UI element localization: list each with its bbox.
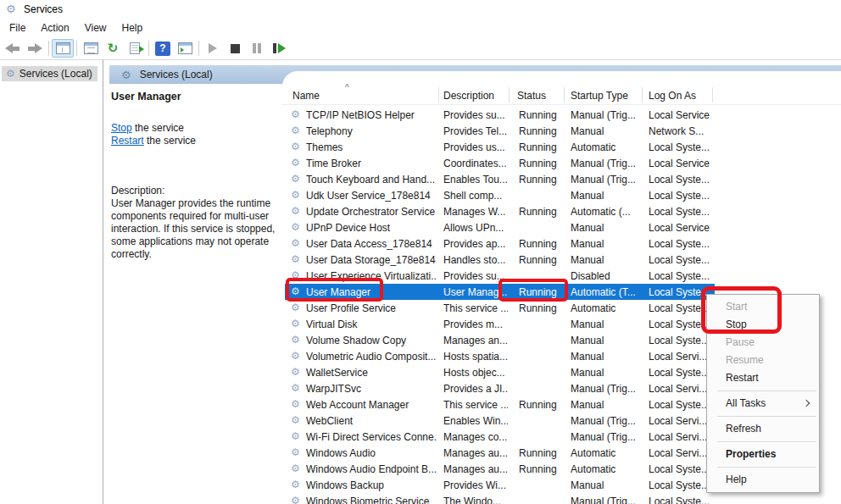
menu-file[interactable]: File (2, 19, 33, 36)
services-node-icon: ⚙ (6, 68, 15, 80)
cell-description: Provides su... (443, 270, 508, 282)
cell-name: User Manager (306, 286, 437, 298)
cell-startup-type: Manual (571, 318, 642, 330)
menu-view[interactable]: View (77, 19, 114, 36)
cell-startup-type: Manual (571, 238, 642, 250)
cell-startup-type: Automatic (571, 302, 642, 314)
context-menu-item-properties[interactable]: Properties (707, 446, 819, 463)
tree-item-services-local[interactable]: ⚙ Services (Local) (2, 66, 97, 81)
context-menu-item-refresh[interactable]: Refresh (707, 420, 819, 438)
service-gear-icon: ⚙ (291, 269, 300, 281)
cell-name: Windows Biometric Service (306, 496, 437, 504)
start-service-icon[interactable] (202, 39, 224, 58)
service-gear-icon: ⚙ (291, 462, 300, 474)
description-label: Description: (111, 185, 282, 197)
column-divider[interactable] (509, 87, 510, 102)
back-icon[interactable] (2, 39, 24, 58)
menu-help[interactable]: Help (114, 19, 151, 36)
restart-service-icon[interactable] (268, 39, 290, 58)
cell-name: Touch Keyboard and Hand... (306, 174, 437, 186)
service-gear-icon: ⚙ (291, 398, 300, 410)
table-row[interactable]: ⚙TCP/IP NetBIOS HelperProvides su...Runn… (282, 107, 841, 123)
cell-status: Running (519, 254, 563, 266)
cell-description: Provides Tel... (443, 125, 508, 137)
service-gear-icon: ⚙ (291, 318, 300, 330)
list-column-headers: Name ^ Description Status Startup Type L… (282, 85, 841, 105)
stop-service-link[interactable]: Stop (111, 122, 132, 134)
table-row[interactable]: ⚙Update Orchestrator ServiceManages W...… (282, 203, 841, 219)
table-row[interactable]: ⚙Time BrokerCoordinates...RunningManual … (282, 155, 841, 171)
column-header-status[interactable]: Status (517, 90, 546, 102)
properties-icon[interactable] (80, 39, 102, 58)
context-menu-item-stop[interactable]: Stop (707, 316, 819, 334)
cell-log-on-as: Local Service (649, 109, 715, 121)
service-gear-icon: ⚙ (291, 253, 300, 265)
service-gear-icon: ⚙ (291, 382, 300, 394)
column-divider[interactable] (564, 87, 565, 102)
context-menu-item-all-tasks[interactable]: All Tasks (707, 395, 819, 413)
toolbar-separator (198, 41, 199, 56)
cell-description: Hosts spatia... (443, 351, 508, 363)
cell-name: User Experience Virtualizati... (306, 270, 437, 282)
show-hide-action-pane-icon[interactable] (174, 39, 196, 58)
service-gear-icon: ⚙ (291, 108, 300, 120)
table-row[interactable]: ⚙Touch Keyboard and Hand...Enables Tou..… (282, 171, 841, 187)
table-row[interactable]: ⚙Udk User Service_178e814Shell comp...Ma… (282, 187, 841, 203)
forward-icon[interactable] (24, 39, 46, 58)
context-menu: StartStopPauseResumeRestartAll TasksRefr… (706, 294, 820, 493)
table-row[interactable]: ⚙User Data Access_178e814Provides ap...R… (282, 235, 841, 252)
table-row[interactable]: ⚙UPnP Device HostAllows UPn...ManualLoca… (282, 219, 841, 235)
column-divider[interactable] (712, 87, 713, 102)
service-gear-icon: ⚙ (291, 157, 300, 169)
cell-description: This service ... (443, 399, 508, 411)
pause-service-icon[interactable] (246, 39, 268, 58)
context-menu-item-start: Start (707, 298, 819, 316)
column-header-log-on-as[interactable]: Log On As (649, 90, 696, 102)
cell-startup-type: Manual (Trig... (571, 174, 642, 186)
cell-name: Volume Shadow Copy (306, 335, 437, 346)
cell-status: Running (519, 109, 563, 121)
context-menu-item-restart[interactable]: Restart (707, 369, 819, 387)
column-divider[interactable] (642, 87, 643, 102)
show-hide-console-tree-icon[interactable] (52, 39, 74, 58)
menu-action[interactable]: Action (33, 19, 76, 36)
help-icon[interactable]: ? (152, 39, 174, 58)
cell-name: User Profile Service (306, 302, 437, 314)
service-gear-icon: ⚙ (291, 189, 300, 201)
restart-service-link[interactable]: Restart (111, 135, 144, 147)
table-row[interactable]: ⚙User Experience Virtualizati...Provides… (282, 268, 841, 284)
table-row[interactable]: ⚙Windows Biometric ServiceThe Windo...Ma… (282, 493, 841, 504)
service-gear-icon: ⚙ (291, 446, 300, 458)
cell-description: Hosts objec... (443, 367, 508, 379)
cell-status: Running (519, 158, 563, 169)
cell-startup-type: Manual (Trig... (571, 431, 642, 443)
column-header-description[interactable]: Description (443, 90, 494, 102)
export-list-icon[interactable] (124, 39, 146, 58)
cell-name: User Data Storage_178e814 (306, 254, 437, 266)
cell-startup-type: Manual (571, 399, 642, 411)
cell-status: Running (519, 206, 563, 218)
stop-service-icon[interactable] (224, 39, 246, 58)
service-gear-icon: ⚙ (291, 205, 300, 217)
cell-log-on-as: Local Syste... (649, 190, 715, 202)
column-header-name[interactable]: Name (292, 90, 320, 102)
refresh-icon[interactable]: ↻ (102, 39, 124, 58)
table-row[interactable]: ⚙TelephonyProvides Tel...RunningManualNe… (282, 123, 841, 139)
cell-startup-type: Automatic (571, 463, 642, 475)
cell-status: Running (519, 399, 563, 411)
cell-log-on-as: Local Syste... (649, 399, 715, 411)
column-divider[interactable] (438, 87, 439, 102)
table-row[interactable]: ⚙User Data Storage_178e814Handles sto...… (282, 252, 841, 268)
stop-service-line: Stop the service (111, 122, 282, 135)
selected-service-title: User Manager (111, 91, 282, 102)
cell-name: Telephony (306, 125, 437, 137)
context-menu-item-help[interactable]: Help (707, 471, 819, 489)
cell-status: Running (519, 463, 563, 475)
table-row[interactable]: ⚙ThemesProvides us...RunningAutomaticLoc… (282, 139, 841, 155)
cell-log-on-as: Local Syste... (649, 270, 715, 282)
column-header-startup-type[interactable]: Startup Type (571, 90, 628, 102)
service-gear-icon: ⚙ (291, 414, 300, 426)
menu-bar: File Action View Help (0, 19, 841, 37)
cell-description: Provides m... (443, 318, 508, 330)
cell-description: Provides a JI... (443, 383, 508, 395)
